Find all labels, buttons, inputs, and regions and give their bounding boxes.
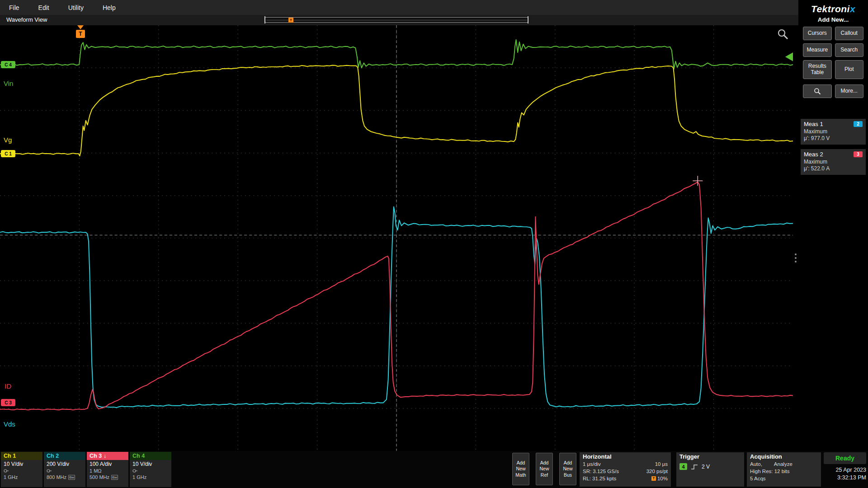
trigger-panel[interactable]: Trigger 4 2 V (676, 452, 744, 487)
bandwidth-limit-icon: Bw (111, 475, 118, 480)
meas-1-type: Maximum (804, 128, 863, 135)
status-date: 25 Apr 2023 (824, 466, 866, 474)
channel-1-scale: 10 V/div (4, 461, 40, 468)
channel-3-impedance: 1 MΩ (90, 468, 102, 474)
trace-label-vds: Vds (4, 420, 15, 428)
add-new-title: Add New... (798, 16, 868, 23)
channel-3-name: Ch 3 (90, 453, 102, 459)
trace-label-id: ID (5, 382, 11, 390)
acquisition-panel[interactable]: Acquisition Auto, Analyze High Res: 12 b… (747, 452, 821, 487)
menu-utility[interactable]: Utility (68, 4, 84, 11)
channel-3-bandwidth: 500 MHz (90, 474, 109, 481)
results-table-button[interactable]: Results Table (803, 60, 832, 79)
cursors-button[interactable]: Cursors (803, 27, 832, 40)
plot-button[interactable]: Plot (835, 60, 864, 79)
menu-bar: File Edit Utility Help (0, 0, 798, 15)
trigger-flag[interactable]: T (76, 30, 85, 38)
callout-button[interactable]: Callout (835, 27, 864, 40)
tektronix-logo: Tektronix (798, 0, 868, 14)
horizontal-scale: 1 μs/div (583, 460, 601, 468)
settings-bar: Ch 1 10 V/div 1 GHz Ch 2 (0, 451, 868, 488)
graticule (0, 25, 793, 451)
trigger-level: 2 V (702, 464, 710, 470)
channel-2-scale: 200 V/div (47, 461, 83, 468)
meas-2-box[interactable]: Meas 2 3 Maximum μ': 522.0 A (801, 149, 866, 175)
meas-2-type: Maximum (804, 159, 863, 165)
record-bar-right-cap (528, 16, 528, 23)
tab-waveform-view[interactable]: Waveform View (6, 16, 47, 23)
channel-4-bandwidth: 1 GHz (132, 474, 146, 481)
probe-icon (4, 469, 9, 473)
bandwidth-limit-icon: Bw (68, 475, 75, 480)
waveform-display[interactable]: T C 4 Vin Vg C 1 ID C 3 Vds (0, 25, 793, 451)
channel-1-box[interactable]: Ch 1 10 V/div 1 GHz (1, 452, 42, 487)
add-new-bus-button[interactable]: AddNewBus (559, 453, 576, 485)
horizontal-panel[interactable]: Horizontal 1 μs/div 10 μs SR: 3.125 GS/s… (580, 452, 671, 487)
channel-2-box[interactable]: Ch 2 200 V/div 800 MHz Bw (44, 452, 85, 487)
menu-help[interactable]: Help (103, 4, 116, 11)
record-length: RL: 31.25 kpts (583, 475, 616, 482)
trigger-source-badge: 4 (679, 463, 687, 470)
channel-2-bandwidth: 800 MHz (47, 474, 66, 481)
add-new-ref-button[interactable]: AddNewRef (536, 453, 553, 485)
meas-1-name: Meas 1 (804, 121, 823, 127)
panel-drag-handle[interactable] (795, 253, 797, 264)
probe-icon (47, 469, 52, 473)
meas-2-source-badge: 3 (854, 151, 863, 157)
sample-rate: SR: 3.125 GS/s (583, 468, 619, 475)
trigger-position-icon: T (651, 476, 656, 481)
meas-2-value: μ': 522.0 A (804, 165, 863, 172)
trigger-position-arrow-icon[interactable] (77, 25, 84, 29)
oscilloscope-app: File Edit Utility Help Waveform View T T… (0, 0, 868, 488)
horizontal-window: 10 μs (655, 460, 668, 468)
status-area: Ready 25 Apr 2023 3:32:13 PM (824, 452, 866, 482)
channel-badge-c3[interactable]: C 3 (1, 399, 15, 406)
record-trigger-marker[interactable]: T (288, 18, 293, 23)
acquisition-resolution: High Res: 12 bits (750, 468, 790, 475)
channel-1-name: Ch 1 (4, 453, 16, 459)
channel-1-bandwidth: 1 GHz (4, 474, 18, 481)
right-sidebar: Tektronix Add New... Cursors Callout Mea… (798, 0, 868, 451)
zoom-mode-button[interactable] (803, 84, 832, 98)
trace-label-vin: Vin (4, 80, 13, 87)
measurement-results: Meas 1 2 Maximum μ': 977.0 V Meas 2 3 Ma… (798, 119, 868, 175)
probe-icon (132, 469, 138, 473)
meas-1-box[interactable]: Meas 1 2 Maximum μ': 977.0 V (801, 119, 866, 145)
channel-4-box[interactable]: Ch 4 10 V/div 1 GHz (130, 452, 171, 487)
horizontal-title: Horizontal (580, 452, 671, 460)
menu-edit[interactable]: Edit (38, 4, 49, 11)
trigger-title: Trigger (676, 452, 744, 460)
measure-button[interactable]: Measure (803, 43, 832, 57)
trigger-level-arrow[interactable] (785, 52, 793, 61)
acquisition-analyze: Analyze (774, 460, 793, 468)
trigger-position-percent: 10% (657, 475, 668, 482)
channel-3-clip-arrow-icon: ↓ (104, 453, 106, 459)
channel-3-box[interactable]: Ch 3 ↓ 100 A/div 1 MΩ 500 MHz Bw (87, 452, 128, 487)
menu-file[interactable]: File (9, 4, 19, 11)
acquisition-title: Acquisition (747, 452, 821, 460)
record-view-bar[interactable]: T (265, 17, 528, 23)
magnifier-icon (814, 88, 821, 95)
rising-edge-icon (691, 464, 698, 470)
more-button[interactable]: More... (835, 84, 864, 98)
trace-label-vg: Vg (4, 136, 12, 144)
meas-1-source-badge: 2 (854, 121, 863, 127)
record-bar-line (266, 20, 527, 20)
meas-1-value: μ': 977.0 V (804, 135, 863, 142)
acquisition-count: 5 Acqs (750, 475, 766, 482)
status-ready: Ready (835, 455, 854, 462)
search-button[interactable]: Search (835, 43, 864, 57)
add-new-math-button[interactable]: AddNewMath (512, 453, 529, 485)
channel-badge-c1[interactable]: C 1 (1, 150, 15, 157)
channel-4-name: Ch 4 (132, 453, 145, 459)
status-time: 3:32:13 PM (824, 474, 866, 482)
channel-4-scale: 10 V/div (132, 461, 169, 468)
zoom-glass-icon[interactable] (777, 28, 789, 41)
channel-badge-c4[interactable]: C 4 (1, 61, 15, 68)
sample-interval: 320 ps/pt (646, 468, 668, 475)
channel-2-name: Ch 2 (47, 453, 59, 459)
waveform-canvas[interactable] (0, 25, 793, 451)
channel-3-scale: 100 A/div (90, 461, 126, 468)
panel-gutter (793, 25, 798, 451)
waveform-tabstrip: Waveform View T (0, 15, 798, 25)
